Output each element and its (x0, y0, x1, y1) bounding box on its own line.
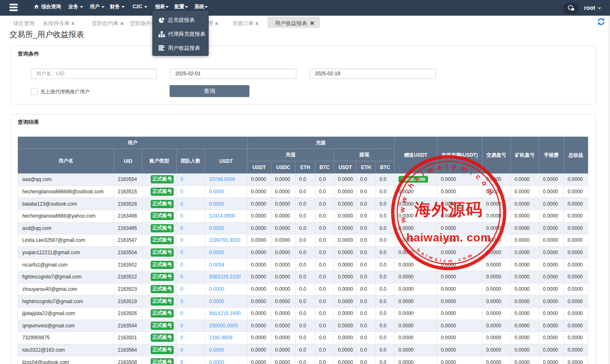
svg-text:haiwaiym. com: haiwaiym. com (406, 231, 491, 244)
svg-text:海外源码: 海外源码 (414, 200, 483, 219)
